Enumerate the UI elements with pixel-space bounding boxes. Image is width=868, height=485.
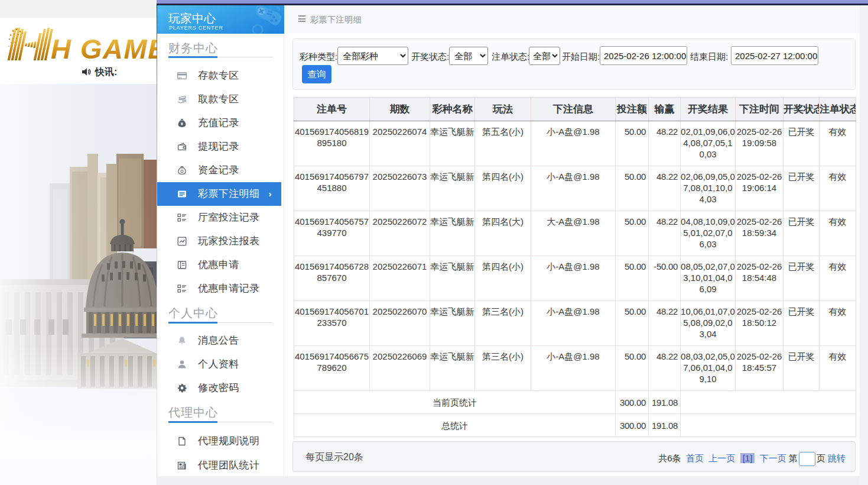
svg-text:¥: ¥ [181, 121, 184, 127]
svg-text:H GAME: H GAME [51, 33, 157, 60]
